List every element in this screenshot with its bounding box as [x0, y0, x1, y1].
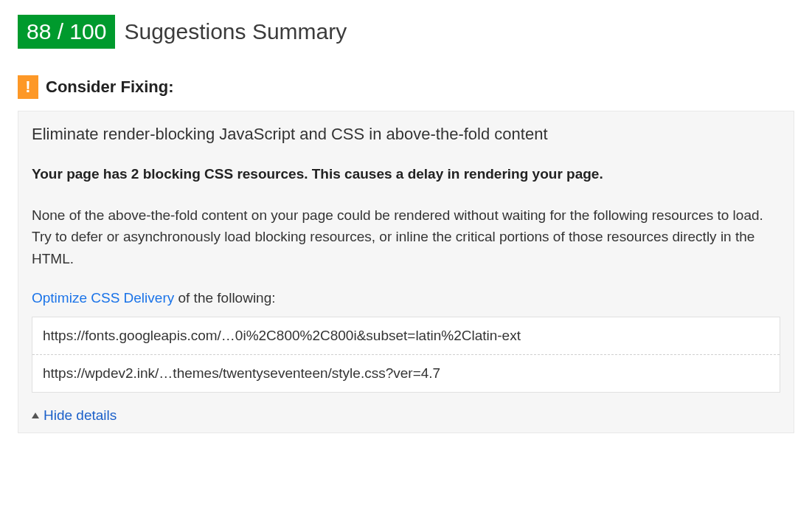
resource-list: https://fonts.googleapis.com/…0i%2C800%2…	[32, 317, 780, 393]
page-title: Suggestions Summary	[124, 19, 347, 44]
svg-marker-0	[32, 413, 39, 418]
suggestion-title: Eliminate render-blocking JavaScript and…	[32, 125, 780, 144]
suggestion-description: None of the above-the-fold content on yo…	[32, 204, 780, 269]
optimize-row: Optimize CSS Delivery of the following:	[32, 290, 780, 306]
header-row: 88 / 100 Suggestions Summary	[18, 15, 794, 49]
resource-item: https://wpdev2.ink/…themes/twentysevente…	[32, 354, 780, 392]
hide-details-toggle[interactable]: Hide details	[32, 407, 780, 424]
suggestion-panel: Eliminate render-blocking JavaScript and…	[18, 111, 794, 433]
toggle-label: Hide details	[44, 407, 117, 424]
optimize-suffix: of the following:	[174, 290, 275, 306]
score-badge: 88 / 100	[18, 15, 115, 49]
warning-label: Consider Fixing:	[46, 77, 174, 97]
optimize-css-link[interactable]: Optimize CSS Delivery	[32, 290, 174, 306]
warning-row: ! Consider Fixing:	[18, 75, 794, 99]
suggestion-impact: Your page has 2 blocking CSS resources. …	[32, 166, 780, 182]
triangle-up-icon	[32, 413, 39, 418]
resource-item: https://fonts.googleapis.com/…0i%2C800%2…	[32, 317, 780, 354]
warning-icon: !	[18, 75, 38, 99]
